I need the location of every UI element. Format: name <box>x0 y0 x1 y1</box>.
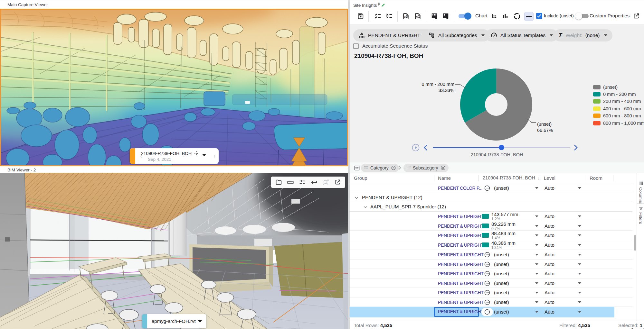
svg-text:CSV: CSV <box>404 16 409 18</box>
svg-text:XLS: XLS <box>416 16 421 18</box>
